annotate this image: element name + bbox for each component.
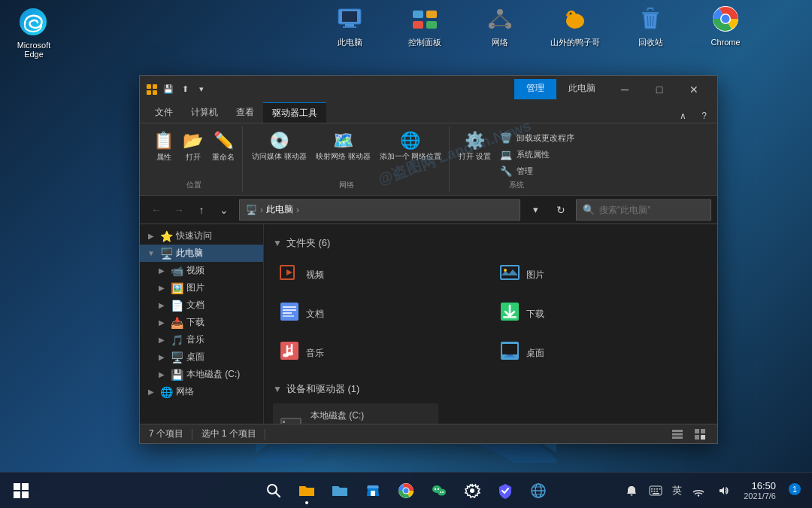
taskbar-store-btn[interactable] xyxy=(358,476,388,506)
drives-expand-icon[interactable]: ▼ xyxy=(273,384,282,394)
refresh-btn[interactable]: ↻ xyxy=(550,199,571,221)
ribbon-btn-properties[interactable]: 📋 属性 xyxy=(150,129,177,164)
ribbon-btn-open[interactable]: 📂 打开 xyxy=(180,129,206,164)
qa-dropdown-btn[interactable]: ▾ xyxy=(194,82,209,97)
sidebar-item-pictures[interactable]: ▶ 🖼️ 图片 xyxy=(140,279,263,297)
close-btn[interactable]: ✕ xyxy=(677,76,711,102)
ribbon-btn-map-network[interactable]: 🗺️ 映射网络 驱动器 xyxy=(313,129,374,163)
title-tab-this-pc[interactable]: 此电脑 xyxy=(556,79,607,99)
sidebar-item-desktop[interactable]: ▶ 🖥️ 桌面 xyxy=(140,348,263,366)
ribbon-tab-driver-tools[interactable]: 驱动器工具 xyxy=(263,102,326,123)
sidebar-network-icon: 🌐 xyxy=(159,386,173,398)
taskbar-notifications-icon[interactable] xyxy=(621,480,642,501)
video-expand: ▶ xyxy=(156,266,167,275)
svg-point-27 xyxy=(722,15,730,23)
qa-save-btn[interactable]: 💾 xyxy=(161,82,176,97)
qa-up-btn[interactable]: ⬆ xyxy=(177,82,192,97)
svg-point-78 xyxy=(440,491,441,493)
sidebar-item-downloads[interactable]: ▶ 📥 下载 xyxy=(140,314,263,331)
sidebar-item-quick-access[interactable]: ▶ ⭐ 快速访问 xyxy=(140,227,263,245)
folder-documents-icon xyxy=(279,301,300,327)
start-button[interactable] xyxy=(9,479,33,503)
folder-item-video[interactable]: 视频 xyxy=(273,257,489,292)
ribbon-tab-file[interactable]: 文件 xyxy=(146,102,182,123)
svg-rect-30 xyxy=(147,90,151,95)
svg-rect-49 xyxy=(502,344,517,354)
svg-rect-56 xyxy=(283,421,285,423)
taskbar-explorer-btn[interactable] xyxy=(325,476,355,506)
folder-item-downloads[interactable]: 下载 xyxy=(493,297,709,331)
ribbon-btn-system-props[interactable]: 💻 系统属性 xyxy=(497,148,577,162)
ribbon-btn-add-network[interactable]: 🌐 添加一个 网络位置 xyxy=(377,129,445,163)
nav-up-btn[interactable]: ↑ xyxy=(191,199,212,221)
view-grid-btn[interactable] xyxy=(692,426,708,443)
svg-rect-31 xyxy=(153,90,157,95)
sidebar-item-documents[interactable]: ▶ 📄 文档 xyxy=(140,297,263,314)
address-path[interactable]: 🖥️ › 此电脑 › xyxy=(239,199,520,221)
ribbon-collapse-btn[interactable]: ∧ xyxy=(675,109,691,123)
sidebar-item-music[interactable]: ▶ 🎵 音乐 xyxy=(140,331,263,348)
ribbon-btn-access-media[interactable]: 💿 访问媒体 驱动器 xyxy=(249,129,310,163)
view-list-btn[interactable] xyxy=(669,426,686,443)
taskbar-search-btn[interactable] xyxy=(259,476,289,506)
this-pc-label: 此电脑 xyxy=(338,37,362,47)
svg-rect-70 xyxy=(371,491,375,496)
drives-area: 本地磁盘 (C:) 49.5 GB 可用，共 79.2 GB xyxy=(273,403,708,424)
taskbar-files-btn[interactable] xyxy=(292,476,322,506)
taskbar-settings-btn[interactable] xyxy=(457,476,487,506)
nav-recent-btn[interactable]: ⌄ xyxy=(214,199,235,221)
svg-rect-40 xyxy=(283,309,296,311)
desktop-icon-control-panel[interactable]: 控制面板 xyxy=(398,4,451,47)
taskbar-lang-btn[interactable] xyxy=(523,476,553,506)
svg-rect-38 xyxy=(280,303,298,321)
ribbon-btn-uninstall[interactable]: 🗑️ 卸载或更改程序 xyxy=(497,131,577,145)
desktop-icon-edge[interactable]: Microsoft Edge xyxy=(11,8,56,59)
nav-forward-btn[interactable]: → xyxy=(168,199,189,221)
path-separator2: › xyxy=(296,205,299,215)
notification-badge-area[interactable]: 1 xyxy=(786,481,803,500)
sidebar-item-video[interactable]: ▶ 📹 视频 xyxy=(140,262,263,279)
ribbon-help-btn[interactable]: ? xyxy=(697,109,711,123)
drive-item-c[interactable]: 本地磁盘 (C:) 49.5 GB 可用，共 79.2 GB xyxy=(273,403,438,424)
title-tab-manage[interactable]: 管理 xyxy=(514,79,556,99)
sidebar-item-network[interactable]: ▶ 🌐 网络 xyxy=(140,383,263,400)
taskbar-sound-icon[interactable] xyxy=(712,480,733,501)
desktop-icon-recycle[interactable]: 回收站 xyxy=(624,4,677,47)
taskbar-chrome-btn[interactable] xyxy=(391,476,421,506)
svg-rect-60 xyxy=(695,429,699,433)
svg-rect-94 xyxy=(656,491,658,492)
ribbon-btn-open-settings[interactable]: ⚙️ 打开 设置 xyxy=(456,129,494,163)
desktop-expand: ▶ xyxy=(156,353,167,361)
folders-expand-icon[interactable]: ▼ xyxy=(273,238,282,248)
taskbar-keyboard-icon[interactable] xyxy=(645,480,666,501)
language-indicator[interactable]: 英 xyxy=(669,482,685,499)
taskbar-wechat-btn[interactable] xyxy=(424,476,454,506)
ribbon-tab-computer[interactable]: 计算机 xyxy=(182,102,227,123)
desktop-icon-yanzi[interactable]: 山外的鸭子哥 xyxy=(549,4,601,47)
ribbon-btn-manage[interactable]: 🔧 管理 xyxy=(497,164,577,178)
taskbar-network-icon[interactable] xyxy=(688,480,709,501)
search-input[interactable] xyxy=(599,205,712,215)
desktop-icon-this-pc[interactable]: 此电脑 xyxy=(323,4,376,47)
folder-item-pictures[interactable]: 图片 xyxy=(493,257,709,292)
status-count: 7 个项目 xyxy=(149,427,183,440)
maximize-btn[interactable]: □ xyxy=(642,76,677,102)
folder-item-desktop[interactable]: 桌面 xyxy=(493,336,709,370)
nav-back-btn[interactable]: ← xyxy=(146,199,167,221)
taskbar-clock[interactable]: 16:50 2021/7/6 xyxy=(739,479,780,502)
sidebar-item-this-pc[interactable]: ▼ 🖥️ 此电脑 xyxy=(140,245,263,262)
ribbon-btn-rename[interactable]: ✏️ 重命名 xyxy=(209,129,238,164)
desktop-icon-network[interactable]: 网络 xyxy=(474,4,526,47)
svg-rect-5 xyxy=(345,24,354,26)
folder-item-music[interactable]: 音乐 xyxy=(273,336,489,370)
status-selected: 选中 1 个项目 xyxy=(201,427,256,440)
svg-text:1: 1 xyxy=(792,485,797,494)
taskbar-security-btn[interactable] xyxy=(490,476,520,506)
desktop-icon-chrome[interactable]: Chrome xyxy=(699,4,752,47)
ribbon-tab-view[interactable]: 查看 xyxy=(227,102,263,123)
address-dropdown-btn[interactable]: ▾ xyxy=(525,199,546,221)
folder-item-documents[interactable]: 文档 xyxy=(273,297,489,331)
sidebar-item-drive-c[interactable]: ▶ 💾 本地磁盘 (C:) xyxy=(140,366,263,383)
folder-pictures-icon xyxy=(499,262,520,287)
minimize-btn[interactable]: ─ xyxy=(607,76,642,102)
